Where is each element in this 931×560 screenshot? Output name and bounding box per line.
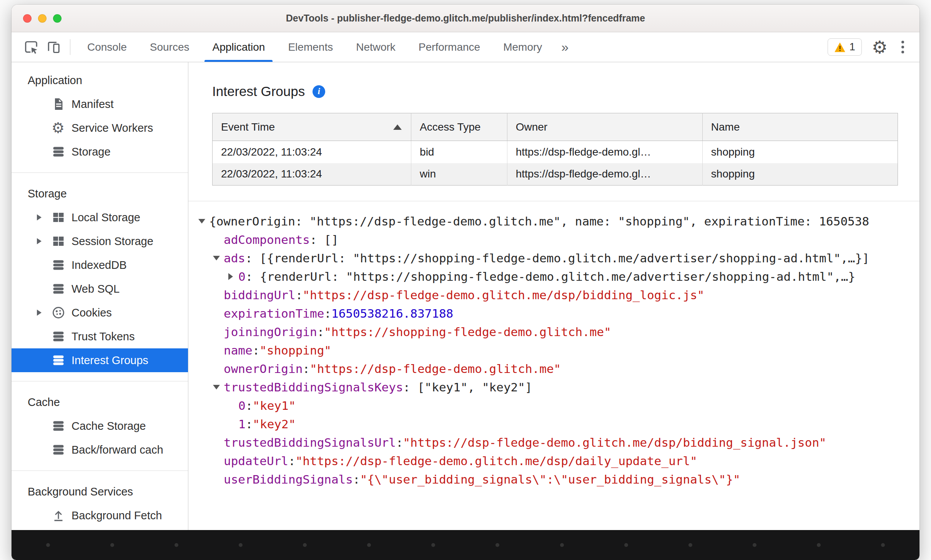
table-row[interactable]: 22/03/2022, 11:03:24winhttps://dsp-fledg…: [213, 163, 898, 186]
column-header-event-time[interactable]: Event Time: [213, 113, 411, 141]
sidebar-item-storage[interactable]: Storage: [12, 140, 188, 164]
dot: [495, 543, 499, 547]
sidebar-item-manifest[interactable]: Manifest: [12, 92, 188, 116]
sidebar-item-indexeddb[interactable]: IndexedDB: [12, 253, 188, 277]
tree-token-key: 0: [238, 399, 246, 413]
database-icon: [52, 443, 68, 457]
tree-token-plain: :: [246, 417, 253, 431]
dot: [46, 543, 50, 547]
tab-application[interactable]: Application: [201, 32, 276, 62]
expand-arrow-icon[interactable]: [37, 310, 52, 316]
expand-arrow-icon[interactable]: [227, 273, 238, 280]
table-row[interactable]: 22/03/2022, 11:03:24bidhttps://dsp-fledg…: [213, 141, 898, 163]
tree-token-key: 1: [238, 417, 246, 431]
sidebar-item-web-sql[interactable]: Web SQL: [12, 277, 188, 301]
sidebar-item-service-workers[interactable]: ⚙Service Workers: [12, 116, 188, 140]
table-cell: 22/03/2022, 11:03:24: [213, 163, 411, 186]
sidebar-item-interest-groups[interactable]: Interest Groups: [12, 348, 188, 372]
info-icon[interactable]: i: [313, 85, 325, 98]
devtools-toolbar: ConsoleSourcesApplicationElementsNetwork…: [12, 32, 919, 62]
tree-line[interactable]: {ownerOrigin: "https://dsp-fledge-demo.g…: [188, 212, 919, 230]
tree-line[interactable]: adComponents: []: [188, 230, 919, 249]
expand-arrow-icon[interactable]: [37, 238, 52, 244]
tree-line[interactable]: 0: {renderUrl: "https://shopping-fledge-…: [188, 267, 919, 286]
tree-line[interactable]: ads: [{renderUrl: "https://shopping-fled…: [188, 249, 919, 267]
sidebar-item-label: Back/forward cach: [71, 444, 163, 456]
minimize-button[interactable]: [38, 14, 47, 23]
sidebar-item-label: Storage: [71, 146, 111, 158]
sidebar-item-label: Interest Groups: [71, 354, 148, 367]
device-toolbar-button[interactable]: [42, 32, 65, 62]
sidebar-item-label: Local Storage: [71, 211, 140, 224]
tree-token-plain: : []: [310, 233, 339, 247]
column-header-owner[interactable]: Owner: [507, 113, 702, 141]
tree-token-plain: :: [324, 307, 331, 320]
tree-line[interactable]: joiningOrigin: "https://shopping-fledge-…: [188, 323, 919, 341]
panel-header: Interest Groups i: [188, 62, 919, 99]
tab-elements[interactable]: Elements: [276, 32, 344, 62]
interest-group-json-tree: {ownerOrigin: "https://dsp-fledge-demo.g…: [188, 201, 919, 530]
devtools-body: ApplicationManifest⚙Service WorkersStora…: [12, 62, 919, 530]
dot: [303, 543, 307, 547]
interest-groups-table: Event TimeAccess TypeOwnerName 22/03/202…: [212, 113, 898, 186]
table-cell: https://dsp-fledge-demo.gl…: [507, 141, 702, 163]
tab-memory[interactable]: Memory: [492, 32, 554, 62]
tree-token-str: "key2": [253, 417, 296, 431]
settings-button[interactable]: ⚙: [872, 38, 888, 56]
tab-sources[interactable]: Sources: [138, 32, 201, 62]
toolbar-separator: [70, 39, 70, 55]
tab-performance[interactable]: Performance: [407, 32, 492, 62]
interest-groups-panel: Interest Groups i Event TimeAccess TypeO…: [188, 62, 919, 530]
sidebar-section-cache: CacheCache StorageBack/forward cach: [12, 390, 188, 462]
tree-token-plain: : {renderUrl: "https://shopping-fledge-d…: [246, 270, 855, 283]
sidebar-item-session-storage[interactable]: Session Storage: [12, 229, 188, 253]
tree-line[interactable]: trustedBiddingSignalsKeys: ["key1", "key…: [188, 378, 919, 396]
sidebar-item-cookies[interactable]: Cookies: [12, 301, 188, 325]
table-cell: bid: [411, 141, 507, 163]
more-tabs-button[interactable]: »: [554, 32, 576, 62]
sidebar-item-label: Cookies: [71, 307, 112, 319]
zoom-button[interactable]: [53, 14, 62, 23]
inspect-element-button[interactable]: [20, 32, 42, 62]
bottom-dark-strip: [12, 530, 919, 560]
table-cell: 22/03/2022, 11:03:24: [213, 141, 411, 163]
expand-arrow-icon[interactable]: [37, 214, 52, 220]
sidebar-item-back-forward-cach[interactable]: Back/forward cach: [12, 438, 188, 462]
menu-button[interactable]: [898, 41, 908, 53]
collapse-arrow-icon[interactable]: [198, 219, 209, 224]
tab-network[interactable]: Network: [344, 32, 407, 62]
collapse-arrow-icon[interactable]: [212, 385, 224, 389]
tree-line[interactable]: name: "shopping": [188, 341, 919, 360]
tree-line[interactable]: ownerOrigin: "https://dsp-fledge-demo.gl…: [188, 360, 919, 378]
sidebar-item-trust-tokens[interactable]: Trust Tokens: [12, 325, 188, 348]
page-title: Interest Groups: [212, 84, 305, 99]
close-button[interactable]: [23, 14, 32, 23]
sidebar-item-label: Manifest: [71, 98, 114, 111]
sidebar-item-cache-storage[interactable]: Cache Storage: [12, 414, 188, 438]
sidebar-item-background-fetch[interactable]: Background Fetch: [12, 504, 188, 527]
table-icon: [52, 210, 68, 224]
tree-token-key: userBiddingSignals: [224, 472, 353, 486]
sidebar-section-header: Cache: [12, 390, 188, 414]
sidebar-item-local-storage[interactable]: Local Storage: [12, 205, 188, 229]
table-header-row: Event TimeAccess TypeOwnerName: [213, 113, 898, 141]
dot: [624, 543, 628, 547]
dot: [817, 543, 821, 547]
collapse-arrow-icon[interactable]: [212, 256, 224, 260]
tree-line[interactable]: 1: "key2": [188, 415, 919, 433]
warnings-badge[interactable]: 1: [828, 38, 862, 56]
tree-line[interactable]: updateUrl: "https://dsp-fledge-demo.glit…: [188, 452, 919, 470]
tab-console[interactable]: Console: [76, 32, 138, 62]
tree-line[interactable]: expirationTime: 1650538216.837188: [188, 304, 919, 323]
column-header-name[interactable]: Name: [702, 113, 898, 141]
gear-icon: ⚙: [52, 121, 68, 135]
tree-token-key: trustedBiddingSignalsUrl: [224, 436, 396, 449]
dot: [688, 543, 692, 547]
tree-line[interactable]: 0: "key1": [188, 396, 919, 415]
column-header-access-type[interactable]: Access Type: [411, 113, 507, 141]
tree-line[interactable]: userBiddingSignals: "{\"user_bidding_sig…: [188, 470, 919, 489]
database-icon: [52, 353, 68, 367]
dot: [881, 543, 885, 547]
tree-line[interactable]: biddingUrl: "https://dsp-fledge-demo.gli…: [188, 286, 919, 304]
tree-line[interactable]: trustedBiddingSignalsUrl: "https://dsp-f…: [188, 433, 919, 452]
